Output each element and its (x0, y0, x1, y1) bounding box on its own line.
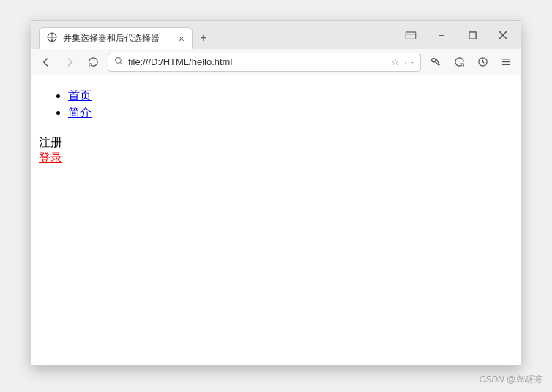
svg-rect-1 (406, 32, 415, 39)
history-icon[interactable] (474, 53, 491, 71)
globe-icon (47, 32, 57, 45)
svg-point-4 (432, 58, 436, 61)
address-bar[interactable]: file:///D:/HTML/hello.html ☆ ··· (108, 53, 421, 72)
browser-window: 并集选择器和后代选择器 × + − (31, 20, 521, 366)
window-controls: − (396, 21, 518, 49)
toolbar: file:///D:/HTML/hello.html ☆ ··· (31, 49, 521, 75)
nav-list: 首页 简介 (39, 88, 513, 121)
close-button[interactable] (488, 24, 518, 46)
register-text: 注册 (39, 135, 513, 151)
browser-tab[interactable]: 并集选择器和后代选择器 × (39, 27, 193, 49)
more-icon[interactable]: ··· (404, 56, 414, 67)
list-item: 简介 (68, 105, 513, 121)
url-text: file:///D:/HTML/hello.html (128, 56, 387, 67)
reload-button[interactable] (84, 53, 102, 71)
new-tab-button[interactable]: + (193, 27, 215, 49)
minimize-button[interactable]: − (427, 24, 456, 46)
search-icon (114, 56, 124, 68)
titlebar: 并集选择器和后代选择器 × + − (31, 21, 521, 49)
tab-title: 并集选择器和后代选择器 (63, 32, 160, 45)
forward-button[interactable] (61, 53, 78, 71)
undo-icon[interactable] (450, 53, 468, 71)
sidebar-toggle-icon[interactable] (396, 24, 425, 46)
svg-point-3 (116, 57, 122, 63)
link-about[interactable]: 简介 (68, 106, 92, 118)
tab-close-button[interactable]: × (179, 33, 184, 45)
back-button[interactable] (37, 53, 55, 71)
menu-icon[interactable] (497, 53, 515, 71)
bookmark-star-icon[interactable]: ☆ (391, 56, 400, 67)
page-content: 首页 简介 注册 登录 (31, 75, 521, 365)
link-home[interactable]: 首页 (68, 89, 92, 102)
login-link[interactable]: 登录 (39, 151, 62, 164)
list-item: 首页 (68, 88, 513, 104)
screenshot-icon[interactable] (427, 53, 444, 71)
watermark: CSDN @韩曙亮 (479, 374, 542, 386)
svg-rect-2 (469, 31, 475, 38)
maximize-button[interactable] (458, 24, 487, 46)
